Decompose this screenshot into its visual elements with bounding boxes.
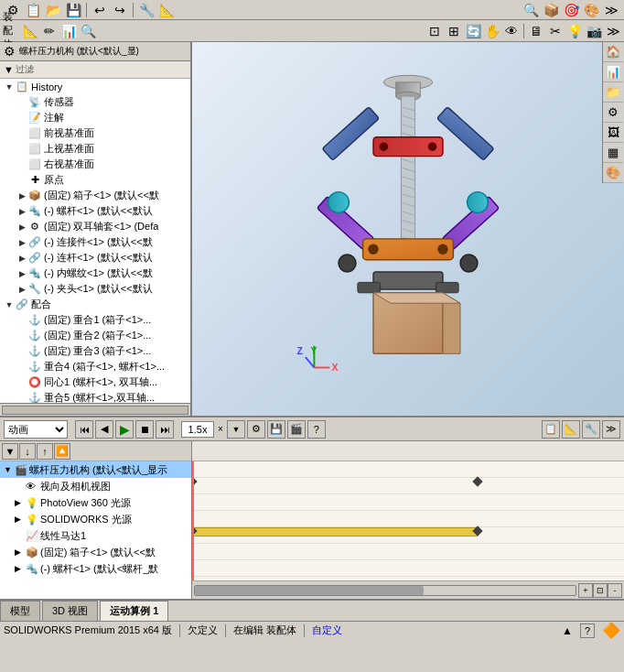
anim-expand-icon[interactable]: ▼ xyxy=(4,465,15,474)
tree-expand-icon[interactable]: ▶ xyxy=(16,237,27,248)
timeline-track[interactable] xyxy=(192,494,624,511)
tree-item[interactable]: ⚓(固定) 重合1 (箱子<1>... xyxy=(0,312,190,328)
tree-item[interactable]: ▶🔗(-) 连接件<1> (默认<<默 xyxy=(0,234,190,250)
tree-expand-icon[interactable]: ▶ xyxy=(16,206,27,217)
tb2-display[interactable]: 🖥 xyxy=(527,22,545,40)
tree-item[interactable]: ✚原点 xyxy=(0,172,190,188)
tree-expand-icon[interactable] xyxy=(16,175,27,186)
view-3d[interactable]: 📊 xyxy=(603,62,623,82)
tree-expand-icon[interactable]: ▶ xyxy=(16,268,27,279)
view-zebra[interactable]: ▦ xyxy=(603,143,623,163)
save-btn[interactable]: 💾 xyxy=(267,420,285,439)
anim-filter-btn2[interactable]: ↓ xyxy=(19,443,36,460)
tree-expand-icon[interactable] xyxy=(16,97,27,108)
tree-item[interactable]: ⬜右视基准面 xyxy=(0,157,190,172)
tb2-sketch[interactable]: ✏ xyxy=(40,22,59,40)
tb2-lights[interactable]: 💡 xyxy=(565,22,584,40)
timeline-zoom-in[interactable]: + xyxy=(578,583,593,598)
toolbar-icon-redo[interactable]: ↪ xyxy=(111,1,129,19)
tree-expand-icon[interactable]: ▶ xyxy=(16,284,27,295)
play-btn[interactable]: ▶ xyxy=(115,420,134,439)
speed-down-btn[interactable]: ▼ xyxy=(227,420,245,439)
anim-help-btn[interactable]: ? xyxy=(307,420,326,439)
tree-item[interactable]: ▶🔩(-) 螺杆<1> (默认<<默认 xyxy=(0,203,190,219)
anim-extra4[interactable]: ≫ xyxy=(602,420,620,439)
play-from-start-btn[interactable]: ⏮ xyxy=(75,420,93,439)
anim-filter-btn1[interactable]: ▼ xyxy=(2,443,18,460)
tb2-assembly[interactable]: 装配体 xyxy=(2,22,20,40)
tree-expand-icon[interactable] xyxy=(16,331,27,341)
view-color[interactable]: 🎨 xyxy=(603,163,623,183)
tree-item[interactable]: ⚓(固定) 重合3 (箱子<1>... xyxy=(0,343,190,359)
timeline-bar[interactable] xyxy=(192,527,478,537)
tree-expand-icon[interactable] xyxy=(16,113,27,124)
anim-tree-item[interactable]: 📈线性马达1 xyxy=(0,527,191,544)
timeline-track[interactable] xyxy=(192,461,624,478)
tree-area[interactable]: ▼📋History 📡传感器 📝注解 ⬜前视基准面 ⬜上视基准面 ⬜右视基准面 … xyxy=(0,79,190,403)
toolbar-icon-undo[interactable]: ↩ xyxy=(91,1,109,19)
tb2-rotate[interactable]: 🔄 xyxy=(464,22,482,40)
timeline-zoom-out[interactable]: - xyxy=(608,583,622,598)
animation-settings-btn[interactable]: ⚙ xyxy=(247,420,265,439)
tree-expand-icon[interactable]: ▶ xyxy=(16,190,27,201)
scroll-track[interactable] xyxy=(2,406,188,415)
tree-expand-icon[interactable] xyxy=(16,346,27,357)
tree-item[interactable]: ▶⚙(固定) 双耳轴套<1> (Defa xyxy=(0,219,190,234)
right-3d-view[interactable]: 🏠 📊 📁 ⚙ 🖼 ▦ 🎨 xyxy=(192,42,624,416)
tree-expand-icon[interactable] xyxy=(16,377,27,388)
timeline-scroll-thumb[interactable] xyxy=(195,586,424,595)
tree-expand-icon[interactable] xyxy=(16,362,27,373)
toolbar-icon-new[interactable]: 📋 xyxy=(24,1,42,19)
anim-extra1[interactable]: 📋 xyxy=(542,420,560,439)
toolbar-icon-sim[interactable]: 🎯 xyxy=(562,1,580,19)
anim-tree-item[interactable]: ▶📦(固定) 箱子<1> (默认<<默 xyxy=(0,544,191,560)
tree-expand-icon[interactable]: ▼ xyxy=(4,81,15,92)
tb2-eval[interactable]: 📊 xyxy=(59,22,78,40)
play-to-end-btn[interactable]: ⏭ xyxy=(156,420,174,439)
tb2-section[interactable]: ✂ xyxy=(546,22,565,40)
toolbar-icon-search[interactable]: 🔍 xyxy=(522,1,540,19)
tree-item[interactable]: ⭕同心1 (螺杆<1>, 双耳轴... xyxy=(0,374,190,390)
tree-item[interactable]: ⬜上视基准面 xyxy=(0,141,190,157)
status-help-icon[interactable]: ? xyxy=(580,623,595,638)
tb2-view[interactable]: 👁 xyxy=(502,22,521,40)
anim-tree-item[interactable]: ▶💡PhotoView 360 光源 xyxy=(0,494,191,511)
tab-3dview[interactable]: 3D 视图 xyxy=(42,601,98,621)
timeline-zoom-fit[interactable]: ⊡ xyxy=(593,583,608,598)
tree-item[interactable]: ▶🔗(-) 连杆<1> (默认<<默认 xyxy=(0,250,190,266)
timeline-scrollbar[interactable] xyxy=(194,585,576,596)
tree-expand-icon[interactable]: ▶ xyxy=(16,253,27,264)
left-panel-scrollbar[interactable] xyxy=(0,403,190,416)
tree-item[interactable]: ▼🔗配合 xyxy=(0,297,190,312)
view-folder[interactable]: 📁 xyxy=(603,82,623,103)
tree-item[interactable]: ⬜前视基准面 xyxy=(0,125,190,141)
tree-item[interactable]: ▼📋History xyxy=(0,79,190,94)
toolbar-icon-color[interactable]: 🎨 xyxy=(582,1,600,19)
stop-btn[interactable]: ⏹ xyxy=(135,420,154,439)
tree-expand-icon[interactable]: ▶ xyxy=(16,222,27,233)
tree-expand-icon[interactable] xyxy=(16,315,27,326)
toolbar-icon-options[interactable]: 📐 xyxy=(157,1,176,19)
toolbar-icon-open[interactable]: 📂 xyxy=(44,1,62,19)
timeline-track[interactable] xyxy=(192,478,624,494)
view-display[interactable]: 🖼 xyxy=(603,123,623,143)
anim-expand-icon[interactable]: ▶ xyxy=(15,547,26,557)
tb2-zoom-area[interactable]: ⊞ xyxy=(445,22,463,40)
timeline-track[interactable] xyxy=(192,544,624,560)
view-home[interactable]: 🏠 xyxy=(603,42,623,62)
timeline-playhead[interactable] xyxy=(192,461,194,580)
anim-expand-icon[interactable]: ▶ xyxy=(15,515,26,524)
animation-type-select[interactable]: 动画 xyxy=(4,420,68,439)
anim-tree-item[interactable]: ▶💡SOLIDWORKS 光源 xyxy=(0,511,191,527)
toolbar-icon-3d[interactable]: 📦 xyxy=(542,1,560,19)
anim-tree-item[interactable]: ▼🎬螺杆压力机构 (默认<默认_显示 xyxy=(0,461,191,478)
anim-extra2[interactable]: 📐 xyxy=(562,420,580,439)
view-settings[interactable]: ⚙ xyxy=(603,103,623,123)
tree-expand-icon[interactable] xyxy=(16,128,27,139)
tb2-dfs[interactable]: 🔍 xyxy=(79,22,97,40)
anim-expand-icon[interactable]: ▶ xyxy=(15,498,26,507)
anim-expand-icon[interactable]: ▶ xyxy=(15,564,26,573)
toolbar-icon-rebuild[interactable]: 🔧 xyxy=(137,1,156,19)
tree-item[interactable]: ▶📦(固定) 箱子<1> (默认<<默 xyxy=(0,188,190,203)
tree-expand-icon[interactable]: ▼ xyxy=(4,299,15,310)
